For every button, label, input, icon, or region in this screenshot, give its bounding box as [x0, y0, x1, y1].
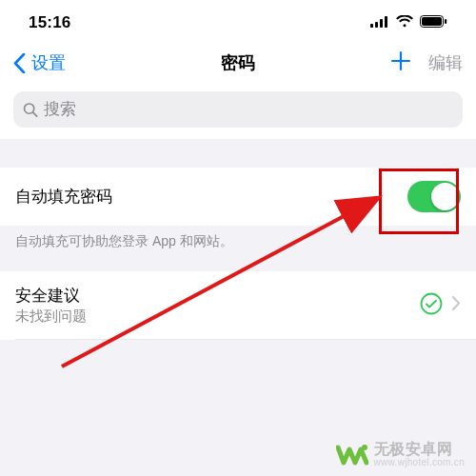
chevron-right-icon	[452, 296, 461, 314]
status-icons	[370, 14, 447, 31]
status-bar: 15:16	[0, 0, 476, 42]
add-button[interactable]	[390, 50, 411, 76]
svg-point-9	[422, 293, 442, 313]
security-recommendations-row[interactable]: 安全建议 未找到问题	[0, 271, 476, 339]
edit-button[interactable]: 编辑	[428, 51, 463, 74]
watermark-text: 无极安卓网	[374, 442, 465, 458]
wifi-icon	[396, 14, 413, 31]
svg-rect-3	[385, 16, 387, 28]
svg-rect-6	[445, 19, 446, 24]
autofill-footer: 自动填充可协助您登录 App 和网站。	[0, 226, 476, 271]
recommendations-group: 安全建议 未找到问题	[0, 271, 476, 340]
autofill-group: 自动填充密码	[0, 168, 476, 226]
svg-line-8	[33, 112, 37, 116]
search-input[interactable]	[44, 100, 453, 119]
toggle-knob	[431, 183, 459, 210]
recommendations-label: 安全建议	[15, 285, 87, 307]
watermark: 无极安卓网 www.wjhotel.com.cn	[336, 442, 465, 468]
watermark-logo-icon	[336, 442, 368, 468]
battery-icon	[420, 14, 447, 31]
autofill-label: 自动填充密码	[15, 186, 112, 208]
recommendations-detail: 未找到问题	[15, 307, 87, 326]
svg-point-11	[362, 445, 367, 450]
search-icon	[23, 102, 38, 118]
plus-icon	[390, 50, 411, 71]
chevron-left-icon	[13, 53, 26, 73]
status-time: 15:16	[29, 13, 70, 32]
autofill-toggle[interactable]	[407, 181, 461, 212]
page-title: 密码	[221, 51, 255, 74]
search-field[interactable]	[13, 91, 463, 128]
watermark-url: www.wjhotel.com.cn	[374, 458, 465, 468]
svg-rect-1	[375, 22, 378, 28]
checkmark-circle-icon	[420, 292, 443, 319]
autofill-row: 自动填充密码	[0, 168, 476, 226]
back-label: 设置	[31, 51, 66, 74]
nav-bar: 设置 密码 编辑	[0, 42, 476, 88]
svg-rect-2	[380, 19, 383, 28]
divider	[15, 339, 476, 340]
cellular-icon	[370, 14, 389, 31]
svg-rect-5	[422, 17, 442, 26]
back-button[interactable]: 设置	[13, 51, 66, 74]
svg-rect-0	[370, 24, 373, 28]
